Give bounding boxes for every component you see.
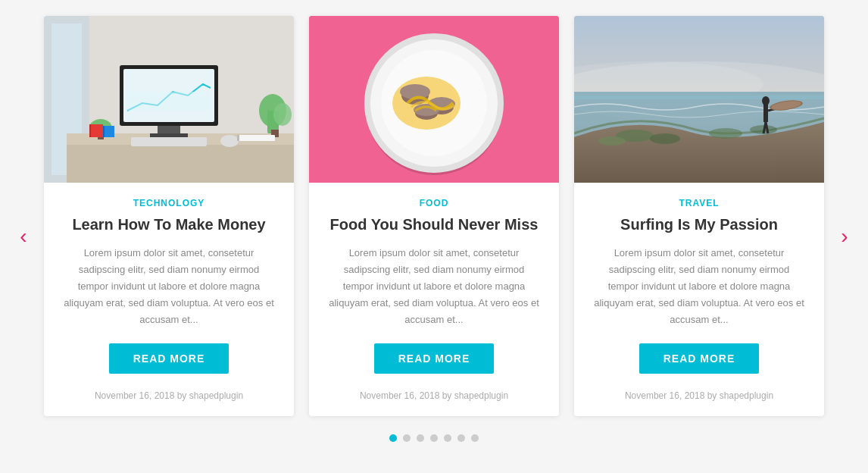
dot-2[interactable] [403,434,411,442]
svg-rect-18 [89,124,91,137]
prev-arrow[interactable]: ‹ [10,223,37,250]
svg-rect-22 [237,135,275,141]
svg-point-43 [598,136,626,146]
dot-5[interactable] [444,434,451,442]
card-image-travel [574,16,824,183]
card-body-food: FOOD Food You Should Never Miss Lorem ip… [309,183,559,416]
card-title-travel: Surfing Is My Passion [620,215,778,234]
svg-point-12 [273,103,292,126]
card-category-food: FOOD [420,198,449,208]
dot-4[interactable] [430,434,438,442]
card-meta-technology: November 16, 2018 by shapedplugin [95,390,243,401]
svg-rect-9 [127,92,211,111]
next-arrow[interactable]: › [831,223,858,250]
svg-rect-17 [89,124,103,137]
svg-rect-16 [131,137,207,146]
card-title-technology: Learn How To Make Money [72,215,265,234]
dots-container [17,434,851,442]
read-more-button-food[interactable]: Read More [374,343,495,374]
card-excerpt-food: Lorem ipsum dolor sit amet, consetetur s… [327,245,541,328]
svg-rect-6 [150,133,188,137]
card-category-travel: TRAVEL [679,198,719,208]
card-excerpt-travel: Lorem ipsum dolor sit amet, consetetur s… [592,245,806,328]
read-more-button-technology[interactable]: Read More [109,343,229,374]
card-title-food: Food You Should Never Miss [330,215,539,234]
card-excerpt-technology: Lorem ipsum dolor sit amet, consetetur s… [62,245,276,328]
svg-point-42 [650,133,680,144]
card-technology: TECHNOLOGY Learn How To Make Money Lorem… [44,16,294,416]
dot-3[interactable] [417,434,424,442]
dot-6[interactable] [457,434,465,442]
card-meta-travel: November 16, 2018 by shapedplugin [625,390,773,401]
svg-rect-20 [103,126,105,137]
svg-rect-19 [103,126,114,137]
card-category-technology: TECHNOLOGY [133,198,205,208]
read-more-button-travel[interactable]: Read More [639,343,760,374]
cards-wrapper: TECHNOLOGY Learn How To Make Money Lorem… [17,16,851,416]
svg-rect-40 [574,96,824,99]
svg-point-47 [762,96,770,105]
slider-container: ‹ [17,1,851,472]
svg-rect-46 [763,103,768,122]
card-body-travel: TRAVEL Surfing Is My Passion Lorem ipsum… [574,183,824,416]
card-body-technology: TECHNOLOGY Learn How To Make Money Lorem… [44,183,294,416]
svg-rect-23 [237,135,239,141]
svg-point-21 [220,135,239,147]
svg-point-44 [709,128,742,139]
card-image-food [309,16,559,183]
card-image-technology [44,16,294,183]
card-travel: TRAVEL Surfing Is My Passion Lorem ipsum… [574,16,824,416]
card-meta-food: November 16, 2018 by shapedplugin [360,390,508,401]
dot-7[interactable] [471,434,479,442]
dot-1[interactable] [389,434,397,442]
svg-rect-4 [67,145,294,183]
card-food: FOOD Food You Should Never Miss Lorem ip… [309,16,559,416]
